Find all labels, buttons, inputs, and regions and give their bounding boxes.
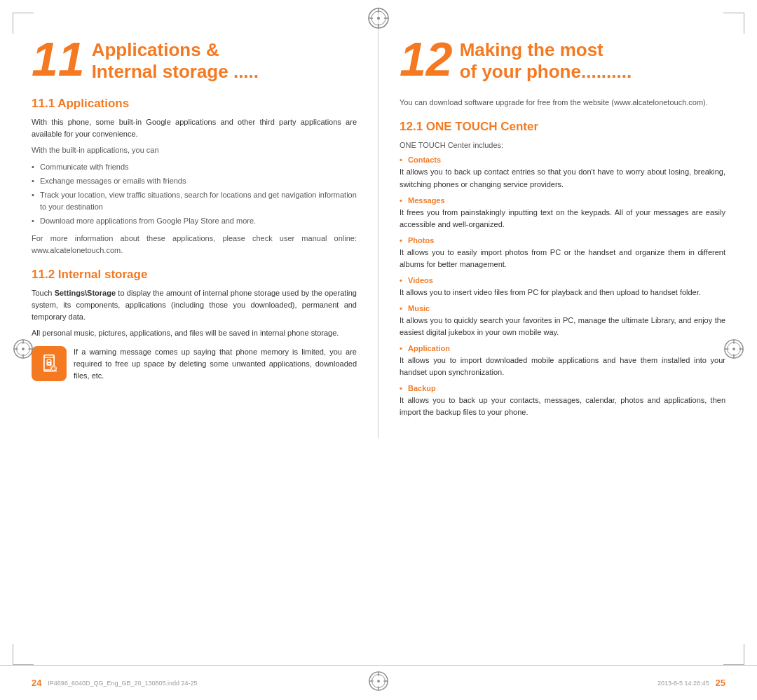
warning-box: If a warning message comes up saying tha… xyxy=(32,346,357,382)
bullet-item-2: Exchange messages or emails with friends xyxy=(32,175,357,187)
item-application: Application It allows you to import down… xyxy=(400,344,725,378)
warning-text: If a warning message comes up saying tha… xyxy=(74,346,357,382)
item-messages: Messages It frees you from painstakingly… xyxy=(400,196,725,231)
section-12-1-header: 12.1 ONE TOUCH Center xyxy=(400,120,725,134)
item-backup-label: Backup xyxy=(400,384,725,392)
corner-mark-br xyxy=(723,644,744,665)
chapter-12-num: 12 xyxy=(400,35,453,83)
item-photos: Photos It allows you to easily import ph… xyxy=(400,236,725,270)
left-column: 11 Applications &Internal storage ..... … xyxy=(0,7,378,438)
chapter-11-title: Applications &Internal storage ..... xyxy=(92,35,259,83)
corner-mark-tr xyxy=(723,13,744,34)
item-videos: Videos It allows you to insert video fil… xyxy=(400,276,725,298)
right-column: 12 Making the mostof your phone.........… xyxy=(378,7,757,438)
chapter-12-title: Making the mostof your phone.......... xyxy=(460,35,632,83)
section-11-1-intro: With this phone, some built-in Google ap… xyxy=(32,116,357,140)
svg-point-6 xyxy=(377,17,380,20)
item-music-desc: It allows you to quickly search your fav… xyxy=(400,315,725,338)
corner-mark-bl xyxy=(13,644,34,665)
footer-right: 2013-8-5 14:28:45 25 xyxy=(378,677,757,689)
section-11-1-header: 11.1 Applications xyxy=(32,97,357,111)
section-11-1-builtin: With the built-in applications, you can xyxy=(32,144,357,156)
section-11-2-note: All personal music, pictures, applicatio… xyxy=(32,327,357,339)
svg-point-25 xyxy=(48,363,50,364)
footer-left: 24 IP4696_6040D_QG_Eng_GB_20_130805.indd… xyxy=(0,677,378,689)
section-11-1-bullets: Communicate with friends Exchange messag… xyxy=(32,161,357,227)
corner-mark-tl xyxy=(13,13,34,34)
item-messages-label: Messages xyxy=(400,196,725,205)
one-touch-items: Contacts It allows you to back up contac… xyxy=(400,156,725,418)
section-12-1-intro: ONE TOUCH Center includes: xyxy=(400,139,725,151)
item-videos-label: Videos xyxy=(400,276,725,284)
footer-compass-icon xyxy=(368,671,389,694)
item-contacts: Contacts It allows you to back up contac… xyxy=(400,156,725,190)
item-photos-desc: It allows you to easily import photos fr… xyxy=(400,247,725,270)
section-11-1-footer: For more information about these applica… xyxy=(32,233,357,256)
item-photos-label: Photos xyxy=(400,236,725,245)
item-videos-desc: It allows you to insert video files from… xyxy=(400,287,725,298)
item-application-label: Application xyxy=(400,344,725,352)
footer-file-info: IP4696_6040D_QG_Eng_GB_20_130805.indd 24… xyxy=(48,680,197,687)
item-music-label: Music xyxy=(400,304,725,313)
chapter-11-header: 11 Applications &Internal storage ..... xyxy=(32,35,357,83)
top-compass-icon xyxy=(367,7,390,29)
left-compass-icon xyxy=(13,338,34,362)
item-messages-desc: It frees you from painstakingly inputtin… xyxy=(400,207,725,231)
item-music: Music It allows you to quickly search yo… xyxy=(400,304,725,338)
svg-point-35 xyxy=(377,680,380,682)
bullet-item-3: Track your location, view traffic situat… xyxy=(32,189,357,213)
page-num-right: 25 xyxy=(716,678,725,688)
right-intro: You can download software upgrade for fr… xyxy=(400,97,725,109)
section-11-2-intro: Touch Settings\Storage to display the am… xyxy=(32,287,357,323)
section-11-2-header: 11.2 Internal storage xyxy=(32,268,357,282)
item-backup: Backup It allows you to back up your con… xyxy=(400,384,725,418)
footer-timestamp: 2013-8-5 14:28:45 xyxy=(657,680,709,687)
page-num-left: 24 xyxy=(32,678,41,688)
item-application-desc: It allows you to import downloaded mobil… xyxy=(400,355,725,378)
svg-point-13 xyxy=(22,348,25,350)
footer: 24 IP4696_6040D_QG_Eng_GB_20_130805.indd… xyxy=(0,665,757,700)
item-backup-desc: It allows you to back up your contacts, … xyxy=(400,394,725,418)
right-compass-icon xyxy=(723,338,744,362)
main-columns: 11 Applications &Internal storage ..... … xyxy=(0,7,757,476)
bullet-item-4: Download more applications from Google P… xyxy=(32,215,357,227)
warning-icon xyxy=(32,346,67,381)
bullet-item-1: Communicate with friends xyxy=(32,161,357,173)
chapter-12-header: 12 Making the mostof your phone.........… xyxy=(400,35,725,83)
item-contacts-label: Contacts xyxy=(400,156,725,164)
svg-point-20 xyxy=(732,348,735,350)
chapter-11-num: 11 xyxy=(32,35,85,83)
item-contacts-desc: It allows you to back up contact entries… xyxy=(400,166,725,190)
